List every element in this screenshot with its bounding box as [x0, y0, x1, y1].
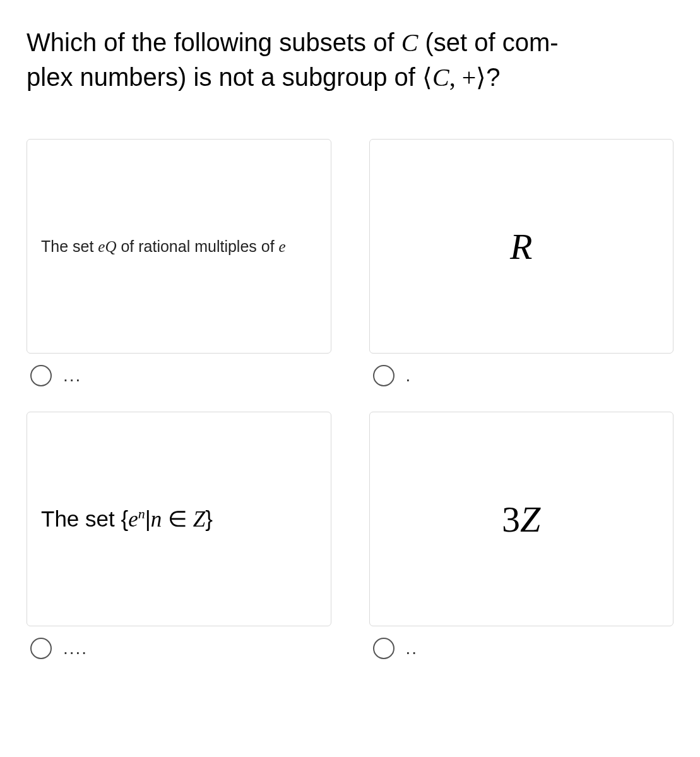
option-1-trail-e: e	[279, 238, 286, 255]
option-3-text: The set {en|n ∈ Z}	[41, 506, 213, 532]
option-4-text: 3Z	[502, 498, 540, 540]
option-2-radio[interactable]	[373, 365, 394, 386]
option-1-radio-label: ...	[63, 366, 81, 386]
option-4-radio-row: ..	[369, 638, 674, 659]
option-3-radio[interactable]	[30, 638, 52, 659]
question-comma-plus: , +	[449, 63, 477, 92]
option-4: 3Z ..	[369, 412, 674, 659]
option-3-e: e	[128, 507, 138, 532]
option-1: The set eQ of rational multiples of e ..…	[27, 139, 331, 386]
option-1-prefix: The set	[41, 237, 98, 255]
option-3: The set {en|n ∈ Z} ....	[27, 412, 331, 659]
question-text: Which of the following subsets of C (set…	[27, 25, 673, 95]
question-angle-close: ⟩	[476, 63, 486, 92]
option-3-radio-label: ....	[63, 638, 88, 659]
option-1-Q: Q	[105, 238, 116, 255]
question-qmark: ?	[486, 63, 500, 91]
option-3-Z: Z	[193, 507, 205, 532]
option-1-text: The set eQ of rational multiples of e	[41, 237, 286, 256]
option-1-suffix: of rational multiples of	[117, 237, 279, 255]
option-4-card[interactable]: 3Z	[369, 412, 674, 626]
option-2-radio-label: .	[406, 366, 412, 386]
option-3-prefix: The set	[41, 506, 121, 531]
option-1-radio[interactable]	[30, 365, 52, 386]
option-3-radio-row: ....	[27, 638, 331, 659]
option-3-n: n	[151, 507, 162, 532]
question-line1-pre: Which of the following subsets of	[27, 28, 401, 56]
question-line2-pre: plex numbers) is not a subgroup of	[27, 63, 422, 91]
option-1-e: e	[98, 238, 105, 255]
option-1-card[interactable]: The set eQ of rational multiples of e	[27, 139, 331, 354]
question-line1-post: (set of com-	[418, 28, 558, 56]
option-2-card[interactable]: R	[369, 139, 674, 354]
option-2-text: R	[510, 225, 532, 268]
option-3-in: ∈	[162, 506, 193, 531]
option-2: R .	[369, 139, 674, 386]
option-4-radio-label: ..	[406, 638, 418, 659]
question-angle-open: ⟨	[422, 63, 432, 92]
option-3-sup-n: n	[138, 506, 145, 522]
options-grid: The set eQ of rational multiples of e ..…	[27, 139, 673, 659]
option-1-radio-row: ...	[27, 365, 331, 386]
option-4-radio[interactable]	[373, 638, 394, 659]
option-3-brace-close: }	[205, 506, 213, 531]
option-3-bar: |	[145, 506, 151, 531]
question-C-1: C	[401, 28, 418, 57]
option-3-brace-open: {	[121, 506, 128, 531]
option-4-num: 3	[502, 499, 520, 540]
question-C-2: C	[432, 63, 449, 92]
option-4-Z: Z	[520, 499, 540, 540]
option-3-card[interactable]: The set {en|n ∈ Z}	[27, 412, 331, 626]
option-2-radio-row: .	[369, 365, 674, 386]
